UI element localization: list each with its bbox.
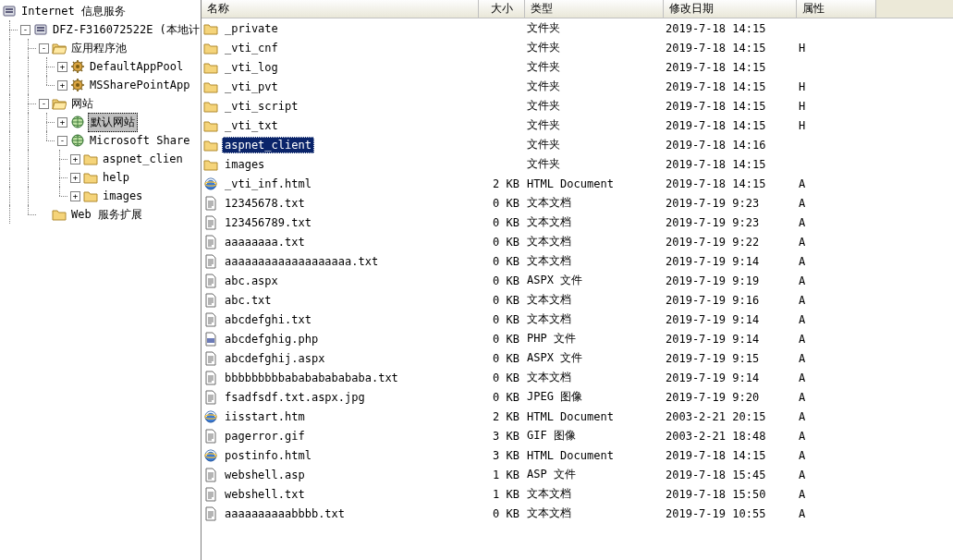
list-header: 名称 大小 类型 修改日期 属性: [202, 0, 953, 18]
list-row[interactable]: postinfo.html3 KBHTML Document2019-7-18 …: [202, 445, 953, 465]
text-file-icon: [203, 468, 218, 482]
list-row[interactable]: _private文件夹2019-7-18 14:15: [202, 18, 953, 38]
list-row[interactable]: _vti_script文件夹2019-7-18 14:15H: [202, 96, 953, 116]
server-icon: [2, 4, 17, 18]
file-date: 2019-7-18 14:16: [666, 139, 799, 152]
list-row[interactable]: _vti_inf.html2 KBHTML Document2019-7-18 …: [202, 174, 953, 193]
tree-default-site[interactable]: + 默认网站: [2, 113, 201, 131]
tree-images-label: images: [101, 189, 144, 203]
list-row[interactable]: images文件夹2019-7-18 14:15: [202, 154, 953, 174]
file-size: 2 KB: [481, 177, 527, 190]
list-row[interactable]: webshell.asp1 KBASP 文件2019-7-18 15:45A: [202, 465, 953, 484]
list-row[interactable]: abc.txt0 KB文本文档2019-7-19 9:16A: [202, 290, 953, 310]
file-name: aaaaaaaaaabbbb.txt: [222, 505, 348, 522]
list-row[interactable]: fsadfsdf.txt.aspx.jpg0 KBJPEG 图像2019-7-1…: [202, 387, 953, 407]
file-size: 0 KB: [481, 333, 527, 346]
tree-mssharepoint[interactable]: + MSSharePointApp: [2, 76, 201, 94]
list-row[interactable]: _vti_txt文件夹2019-7-18 14:15H: [202, 116, 953, 135]
file-name: webshell.txt: [222, 486, 308, 503]
file-attr: A: [799, 371, 878, 384]
list-panel: 名称 大小 类型 修改日期 属性 _private文件夹2019-7-18 14…: [202, 0, 953, 560]
tree-default-site-label: 默认网站: [88, 113, 138, 132]
list-row[interactable]: _vti_cnf文件夹2019-7-18 14:15H: [202, 38, 953, 57]
tree-web-ext[interactable]: Web 服务扩展: [2, 205, 201, 224]
file-type: 文件夹: [527, 79, 666, 94]
file-size: 0 KB: [481, 236, 527, 249]
collapse-icon[interactable]: -: [39, 43, 49, 54]
list-row[interactable]: 123456789.txt0 KB文本文档2019-7-19 9:23A: [202, 213, 953, 232]
cog-icon: [70, 59, 85, 74]
tree-default-app-pool[interactable]: + DefaultAppPool: [2, 57, 201, 76]
list-row[interactable]: 12345678.txt0 KB文本文档2019-7-19 9:23A: [202, 193, 953, 213]
list-row[interactable]: aaaaaaaa.txt0 KB文本文档2019-7-19 9:22A: [202, 232, 953, 251]
file-date: 2019-7-18 14:15: [666, 22, 799, 35]
list-row[interactable]: abc.aspx0 KBASPX 文件2019-7-19 9:19A: [202, 271, 953, 290]
list-row[interactable]: bbbbbbbbbababababababa.txt0 KB文本文档2019-7…: [202, 368, 953, 387]
file-size: 0 KB: [481, 294, 527, 307]
tree-sites[interactable]: - 网站: [2, 94, 201, 113]
file-attr: A: [799, 236, 878, 249]
list-row[interactable]: aaaaaaaaaabbbb.txt0 KB文本文档2019-7-19 10:5…: [202, 504, 953, 523]
list-body[interactable]: _private文件夹2019-7-18 14:15_vti_cnf文件夹201…: [202, 18, 953, 560]
folder-icon: [203, 21, 218, 36]
list-row[interactable]: iisstart.htm2 KBHTML Document2003-2-21 2…: [202, 407, 953, 426]
file-attr: A: [799, 449, 878, 462]
tree-app-pools[interactable]: - 应用程序池: [2, 39, 201, 57]
header-name[interactable]: 名称: [202, 0, 479, 18]
list-row[interactable]: abcdefghig.php0 KBPHP 文件2019-7-19 9:14A: [202, 329, 953, 348]
header-type[interactable]: 类型: [525, 0, 664, 18]
list-row[interactable]: _vti_pvt文件夹2019-7-18 14:15H: [202, 77, 953, 96]
file-date: 2019-7-19 9:14: [666, 371, 799, 384]
tree-aspnet-client[interactable]: + aspnet_clien: [2, 150, 201, 168]
list-row[interactable]: aaaaaaaaaaaaaaaaaaa.txt0 KB文本文档2019-7-19…: [202, 251, 953, 271]
text-file-icon: [203, 429, 218, 444]
file-type: HTML Document: [527, 410, 666, 423]
list-row[interactable]: pagerror.gif3 KBGIF 图像2003-2-21 18:48A: [202, 426, 953, 445]
tree-help[interactable]: + help: [2, 168, 201, 187]
file-name: _private: [222, 20, 281, 37]
folder-open-icon: [52, 41, 67, 55]
file-date: 2019-7-18 14:15: [666, 449, 799, 462]
expand-icon[interactable]: +: [70, 173, 80, 183]
list-row[interactable]: abcdefghi.txt0 KB文本文档2019-7-19 9:14A: [202, 310, 953, 329]
expand-icon[interactable]: +: [57, 117, 67, 128]
collapse-icon[interactable]: -: [20, 25, 31, 35]
text-file-icon: [203, 196, 218, 211]
list-row[interactable]: _vti_log文件夹2019-7-18 14:15: [202, 57, 953, 77]
file-type: 文本文档: [527, 253, 666, 269]
folder-icon: [203, 138, 218, 152]
header-date[interactable]: 修改日期: [664, 0, 797, 18]
tree-server[interactable]: - DFZ-F316072522E (本地计: [2, 20, 201, 39]
file-date: 2019-7-19 9:20: [666, 391, 799, 404]
globe-icon: [70, 133, 85, 148]
expand-icon[interactable]: +: [70, 191, 80, 201]
file-size: 3 KB: [481, 449, 527, 462]
expand-icon[interactable]: +: [57, 62, 67, 72]
collapse-icon[interactable]: -: [39, 99, 49, 109]
file-size: 3 KB: [481, 430, 527, 443]
file-type: HTML Document: [527, 449, 666, 462]
file-attr: A: [799, 294, 878, 307]
file-size: 0 KB: [481, 216, 527, 229]
file-attr: A: [799, 469, 878, 481]
file-attr: H: [799, 119, 878, 132]
collapse-icon[interactable]: -: [57, 136, 67, 146]
file-name: _vti_cnf: [222, 40, 281, 56]
file-date: 2019-7-18 14:15: [666, 158, 799, 171]
text-file-icon: [203, 390, 218, 405]
expand-icon[interactable]: +: [70, 154, 80, 164]
file-type: GIF 图像: [527, 428, 666, 444]
file-attr: A: [799, 352, 878, 365]
list-row[interactable]: aspnet_client文件夹2019-7-18 14:16: [202, 135, 953, 154]
list-row[interactable]: webshell.txt1 KB文本文档2019-7-18 15:50A: [202, 484, 953, 504]
header-attr[interactable]: 属性: [797, 0, 876, 18]
tree-panel: Internet 信息服务 - DFZ-F316072522E (本地计 - 应…: [0, 0, 202, 560]
expand-icon[interactable]: +: [57, 80, 67, 91]
list-row[interactable]: abcdefghij.aspx0 KBASPX 文件2019-7-19 9:15…: [202, 348, 953, 368]
file-attr: A: [799, 333, 878, 346]
tree-microsoft-share[interactable]: - Microsoft Share: [2, 131, 201, 150]
tree-root[interactable]: Internet 信息服务: [2, 2, 201, 20]
tree-images[interactable]: + images: [2, 187, 201, 205]
header-size[interactable]: 大小: [479, 0, 525, 18]
file-name: _vti_script: [222, 98, 300, 115]
